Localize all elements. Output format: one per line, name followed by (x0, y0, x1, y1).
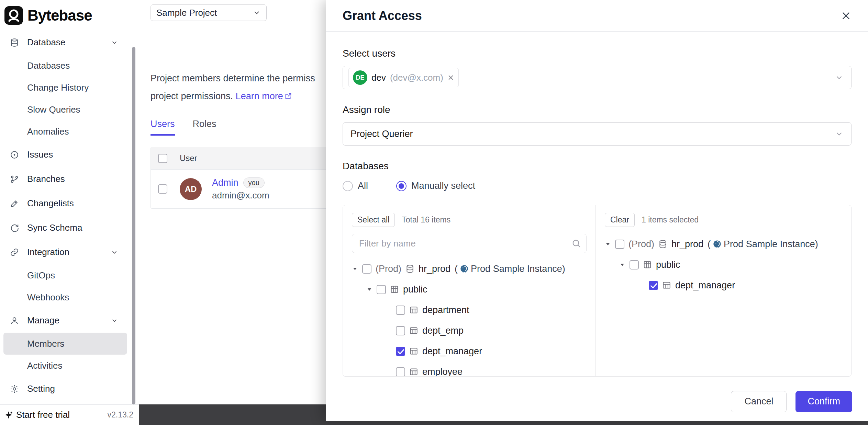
sidebar-item-activities[interactable]: Activities (0, 355, 139, 377)
close-icon[interactable] (841, 10, 852, 21)
radio-option-manual[interactable]: Manually select (396, 181, 475, 191)
member-name-link[interactable]: Admin (212, 177, 238, 188)
node-name: hr_prod (671, 239, 703, 250)
sidebar-item-issues[interactable]: Issues (0, 142, 139, 167)
checkbox[interactable] (396, 326, 405, 335)
filter-input[interactable] (352, 234, 587, 253)
tree-row-department[interactable]: department (352, 300, 587, 320)
tree-row-hr-prod[interactable]: (Prod) hr_prod ( Prod Sample Instance) (605, 234, 842, 254)
checkbox[interactable] (362, 264, 371, 274)
sidebar-item-manage[interactable]: Manage (0, 308, 139, 333)
chip-user-name: dev (371, 72, 386, 83)
app-version: v2.13.2 (108, 410, 133, 420)
sidebar-item-label: Changelists (27, 198, 74, 209)
select-all-button[interactable]: Select all (352, 213, 395, 227)
tree-row-dept-manager[interactable]: dept_manager (605, 275, 842, 296)
role-select[interactable]: Project Querier (343, 122, 852, 146)
sidebar-item-setting[interactable]: Setting (0, 377, 139, 401)
total-items-label: Total 16 items (402, 215, 450, 225)
sidebar-item-databases[interactable]: Databases (0, 55, 139, 77)
bytebase-logo[interactable]: Bytebase (0, 0, 139, 30)
radio-option-all[interactable]: All (343, 181, 368, 191)
sidebar-item-changelists[interactable]: Changelists (0, 191, 139, 216)
sidebar-item-anomalies[interactable]: Anomalies (0, 120, 139, 142)
sidebar-item-label: Setting (27, 383, 55, 394)
node-name: department (422, 305, 469, 315)
caret-down-icon[interactable] (366, 286, 372, 292)
sidebar-item-members[interactable]: Members (3, 333, 127, 355)
user-icon (10, 316, 19, 325)
tree-row-public[interactable]: public (352, 279, 587, 300)
sidebar-item-integration[interactable]: Integration (0, 240, 139, 264)
checkbox[interactable] (649, 281, 658, 290)
sidebar-item-label: Database (27, 37, 65, 48)
node-name: dept_manager (422, 346, 482, 357)
database-icon (658, 240, 667, 249)
drawer-header: Grant Access (326, 0, 868, 32)
role-select-value: Project Querier (350, 129, 413, 139)
sidebar-scrollbar[interactable] (132, 47, 135, 404)
caret-down-icon[interactable] (605, 241, 611, 247)
transfer-source-pane: Select all Total 16 items (Prod) (343, 205, 596, 376)
description-line1: Project members determine the permiss (151, 73, 315, 83)
sidebar-item-label: Databases (27, 60, 70, 71)
chevron-down-icon (835, 129, 844, 138)
tree-row-hr-prod[interactable]: (Prod) hr_prod ( Prod Sample Instance) (352, 259, 587, 279)
chip-user-email: (dev@x.com) (390, 72, 443, 83)
node-name: dept_emp (422, 325, 464, 336)
description-line2: project permissions. (151, 91, 233, 101)
tab-users[interactable]: Users (151, 119, 175, 136)
tree-row-dept-emp[interactable]: dept_emp (352, 320, 587, 341)
instance-name: Prod Sample Instance) (724, 239, 818, 250)
radio-manual-label: Manually select (411, 181, 475, 191)
radio-manually-select[interactable] (396, 181, 407, 191)
row-checkbox[interactable] (158, 184, 167, 194)
cancel-button[interactable]: Cancel (731, 391, 787, 412)
table-icon (409, 367, 418, 376)
checkbox[interactable] (396, 367, 405, 377)
tree-row-employee[interactable]: employee (352, 361, 587, 376)
member-info: Admin you admin@x.com (212, 177, 269, 201)
checkbox[interactable] (396, 306, 405, 315)
checkbox[interactable] (377, 285, 386, 294)
remove-chip-icon[interactable] (447, 74, 454, 81)
confirm-button[interactable]: Confirm (795, 391, 852, 412)
caret-down-icon[interactable] (352, 266, 358, 272)
sidebar-item-sync-schema[interactable]: Sync Schema (0, 216, 139, 240)
sparkle-icon (4, 411, 13, 420)
chevron-down-icon (835, 73, 844, 82)
sidebar-item-label: Issues (27, 149, 53, 160)
assign-role-label: Assign role (343, 104, 852, 115)
tree-row-dept-manager[interactable]: dept_manager (352, 341, 587, 361)
sidebar-item-database[interactable]: Database (0, 30, 139, 55)
learn-more-link[interactable]: Learn more (236, 87, 292, 105)
sidebar-item-label: Branches (27, 174, 65, 184)
gear-icon (10, 384, 19, 393)
column-header-user: User (180, 153, 197, 163)
select-all-checkbox[interactable] (158, 154, 167, 163)
checkbox[interactable] (630, 260, 639, 269)
tab-roles[interactable]: Roles (193, 119, 216, 136)
sidebar-item-change-history[interactable]: Change History (0, 77, 139, 99)
radio-all-label: All (358, 181, 368, 191)
clear-button[interactable]: Clear (605, 213, 635, 227)
sidebar: Bytebase Database Databases Change Histo… (0, 0, 139, 425)
table-icon (662, 281, 671, 290)
sidebar-item-webhooks[interactable]: Webhooks (0, 286, 139, 308)
project-select[interactable]: Sample Project (151, 4, 267, 21)
start-free-trial-link[interactable]: Start free trial (16, 410, 70, 420)
users-multiselect[interactable]: DE dev (dev@x.com) (343, 66, 852, 89)
sidebar-item-label: Slow Queries (27, 104, 80, 115)
tree-row-public[interactable]: public (605, 254, 842, 275)
checkbox[interactable] (615, 240, 624, 249)
chevron-down-icon (111, 317, 118, 324)
sidebar-item-label: Integration (27, 247, 69, 257)
table-icon (409, 347, 418, 356)
radio-all[interactable] (343, 181, 353, 191)
sidebar-item-branches[interactable]: Branches (0, 167, 139, 191)
chevron-down-icon (253, 9, 261, 17)
caret-down-icon[interactable] (619, 262, 625, 268)
sidebar-item-slow-queries[interactable]: Slow Queries (0, 99, 139, 120)
checkbox[interactable] (396, 347, 405, 356)
sidebar-item-gitops[interactable]: GitOps (0, 264, 139, 286)
